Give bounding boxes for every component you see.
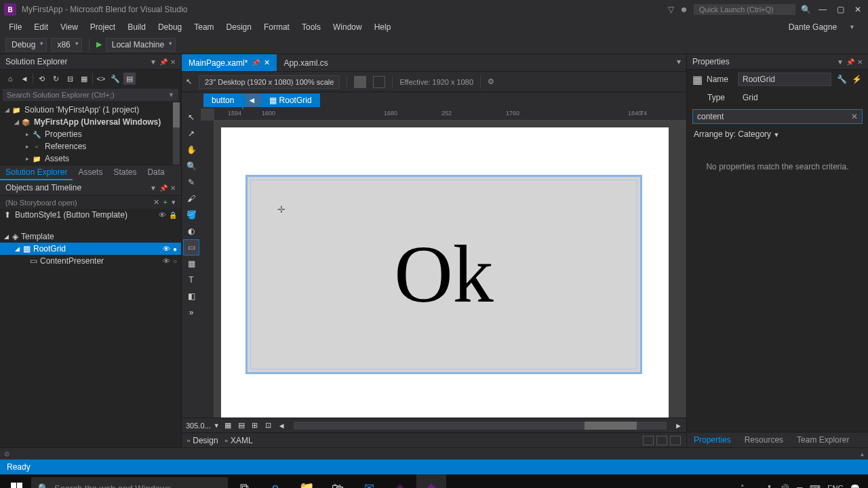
- tree-rootgrid[interactable]: ◢ ▦ RootGrid 👁 ●: [0, 243, 181, 255]
- selected-rootgrid[interactable]: ✛ Ok: [245, 175, 642, 374]
- scroll-left-icon[interactable]: ◄: [278, 422, 285, 430]
- design-canvas[interactable]: 1594 1600 1680 252 1760 1840 74 ✛ Ok: [201, 108, 686, 418]
- taskbar-search-input[interactable]: 🔍 Search the web and Windows: [31, 477, 228, 488]
- doctab-mainpage[interactable]: MainPage.xaml* 📌 ✕: [182, 54, 277, 71]
- horizontal-scrollbar[interactable]: [294, 422, 667, 430]
- tab-assets[interactable]: Assets: [73, 165, 108, 180]
- solution-node[interactable]: ◢📁Solution 'MyFirstApp' (1 project): [0, 104, 181, 116]
- config-combo[interactable]: Debug: [5, 38, 47, 52]
- template-scope[interactable]: ⬆ ButtonStyle1 (Button Template) 👁 🔒: [0, 209, 181, 221]
- menu-edit[interactable]: Edit: [28, 20, 54, 34]
- tree-properties[interactable]: ▸🔧Properties: [0, 128, 181, 140]
- menu-help[interactable]: Help: [368, 20, 397, 34]
- visualstudio-icon[interactable]: ◈: [385, 474, 415, 488]
- tab-states[interactable]: States: [108, 165, 142, 180]
- visibility-toggle-icon[interactable]: 👁: [160, 245, 173, 253]
- expand-icon[interactable]: ▴: [861, 450, 864, 458]
- visibility-toggle-icon[interactable]: 👁: [160, 257, 173, 265]
- tray-chevron-icon[interactable]: ˄: [741, 484, 745, 489]
- feedback-icon[interactable]: ☻: [679, 5, 688, 14]
- record-dot-icon[interactable]: ○: [173, 258, 177, 265]
- tree-assets[interactable]: ▸📁Assets: [0, 152, 181, 165]
- tray-onedrive-icon[interactable]: ☁: [751, 484, 759, 489]
- tab-team-explorer[interactable]: Team Explorer: [790, 432, 856, 447]
- panel-dropdown-icon[interactable]: ▼: [837, 58, 844, 66]
- record-dot-icon[interactable]: ●: [173, 245, 177, 253]
- solution-search-input[interactable]: Search Solution Explorer (Ctrl+;) ▼: [3, 89, 178, 101]
- artboard[interactable]: ✛ Ok: [221, 127, 669, 418]
- lock-icon[interactable]: 🔒: [169, 211, 177, 219]
- tool-text-icon[interactable]: T: [184, 272, 199, 287]
- settings-icon[interactable]: ⚙: [488, 77, 494, 86]
- name-input[interactable]: RootGrid: [738, 73, 831, 86]
- blend-icon[interactable]: ◆: [416, 474, 446, 488]
- split-v-icon[interactable]: [656, 436, 667, 445]
- property-search-input[interactable]: content ✕: [692, 109, 863, 124]
- tree-contentpresenter[interactable]: ▭ ContentPresenter 👁 ○: [0, 255, 181, 267]
- grid2-icon[interactable]: ▤: [236, 420, 247, 431]
- menu-design[interactable]: Design: [220, 20, 258, 34]
- close-tab-icon[interactable]: ✕: [264, 58, 270, 67]
- menu-build[interactable]: Build: [121, 20, 152, 34]
- start-button[interactable]: [3, 474, 30, 488]
- menu-team[interactable]: Team: [188, 20, 220, 34]
- tray-keyboard-icon[interactable]: ⌨: [810, 484, 821, 489]
- menu-tools[interactable]: Tools: [296, 20, 327, 34]
- panel-pin-icon[interactable]: 📌: [159, 184, 167, 192]
- panel-pin-icon[interactable]: 📌: [159, 58, 167, 66]
- code-icon[interactable]: <>: [95, 73, 107, 85]
- outlook-icon[interactable]: ✉: [354, 474, 384, 488]
- play-icon[interactable]: ▶: [96, 40, 102, 49]
- user-name[interactable]: Dante Gagne: [783, 20, 843, 34]
- tray-network-icon[interactable]: 🖧: [766, 484, 773, 488]
- menu-window[interactable]: Window: [327, 20, 368, 34]
- tool-controls-icon[interactable]: ◧: [184, 289, 199, 304]
- home-icon[interactable]: ⌂: [4, 73, 16, 85]
- doctab-appxaml[interactable]: App.xaml.cs: [277, 54, 334, 71]
- tool-direct-icon[interactable]: ↗: [184, 126, 199, 141]
- pointer-icon[interactable]: ↖: [186, 77, 192, 86]
- menu-file[interactable]: File: [3, 20, 28, 34]
- visibility-toggle-icon[interactable]: 👁: [156, 211, 169, 219]
- storyboard-add-icon[interactable]: +: [163, 198, 167, 207]
- sync-icon[interactable]: ⟲: [35, 73, 47, 85]
- tool-brush-icon[interactable]: 🖌: [184, 191, 199, 206]
- run-target-combo[interactable]: Local Machine: [106, 38, 176, 52]
- tree-references[interactable]: ▸▫References: [0, 140, 181, 152]
- tool-layout-icon[interactable]: ▦: [184, 256, 199, 271]
- tool-rectangle-icon[interactable]: ▭: [184, 240, 199, 255]
- pin-icon[interactable]: 📌: [252, 59, 260, 66]
- orientation-portrait-icon[interactable]: [373, 76, 385, 88]
- tree-template[interactable]: ◢ ◈ Template: [0, 230, 181, 243]
- tray-notifications-icon[interactable]: 💬: [850, 484, 860, 489]
- project-node[interactable]: ◢📦MyFirstApp (Universal Windows): [0, 116, 181, 128]
- tray-volume-icon[interactable]: 🔊: [780, 484, 789, 489]
- quick-launch-input[interactable]: Quick Launch (Ctrl+Q): [694, 4, 795, 15]
- tool-eyedropper-icon[interactable]: ✎: [184, 175, 199, 190]
- tray-battery-icon[interactable]: ▭: [796, 484, 803, 489]
- minimize-button[interactable]: —: [816, 5, 829, 14]
- user-chevron-icon[interactable]: ▼: [843, 22, 861, 33]
- explorer-icon[interactable]: 📁: [292, 474, 321, 488]
- menu-format[interactable]: Format: [258, 20, 296, 34]
- panel-close-icon[interactable]: ✕: [170, 184, 176, 192]
- lightning-icon[interactable]: ⚡: [850, 73, 863, 85]
- close-button[interactable]: ✕: [852, 5, 864, 14]
- tool-select-icon[interactable]: ↖: [184, 110, 199, 125]
- panel-pin-icon[interactable]: 📌: [846, 58, 854, 66]
- storyboard-chevron-icon[interactable]: ▾: [172, 198, 176, 207]
- split-h-icon[interactable]: [643, 436, 654, 445]
- snap-icon[interactable]: ⊞: [250, 420, 260, 431]
- menu-debug[interactable]: Debug: [152, 20, 188, 34]
- tool-zoom-icon[interactable]: 🔍: [184, 159, 199, 174]
- search-icon[interactable]: 🔍: [801, 5, 811, 14]
- tool-assets-icon[interactable]: »: [184, 305, 199, 320]
- preview-icon[interactable]: ▤: [123, 73, 136, 85]
- edge-icon[interactable]: e: [260, 474, 290, 488]
- panel-dropdown-icon[interactable]: ▼: [150, 184, 157, 192]
- notify-icon[interactable]: ▽: [668, 5, 674, 14]
- tab-resources[interactable]: Resources: [738, 432, 790, 447]
- tab-solution-explorer[interactable]: Solution Explorer: [0, 165, 73, 180]
- panel-close-icon[interactable]: ✕: [170, 58, 176, 66]
- split-collapse-icon[interactable]: [670, 436, 681, 445]
